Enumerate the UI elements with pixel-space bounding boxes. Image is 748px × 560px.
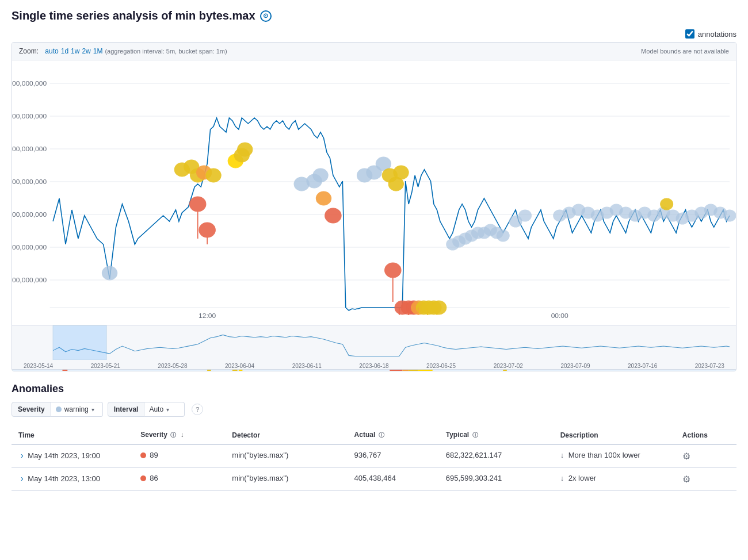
date-label: 2023-05-28 — [158, 363, 187, 369]
page-container: Single time series analysis of min bytes… — [0, 0, 748, 500]
severity-info-icon[interactable]: ⓘ — [170, 432, 176, 438]
svg-text:400,000,000: 400,000,000 — [12, 178, 47, 185]
info-icon[interactable]: ⊙ — [260, 10, 272, 22]
page-header: Single time series analysis of min bytes… — [12, 9, 736, 22]
row1-score: 89 — [150, 451, 158, 459]
zoom-links: Zoom: auto 1d 1w 2w 1M (aggregation inte… — [19, 47, 227, 55]
row2-actions: ⚙ — [676, 468, 736, 491]
chart-toolbar: Zoom: auto 1d 1w 2w 1M (aggregation inte… — [12, 43, 736, 60]
svg-text:200,000,000: 200,000,000 — [12, 244, 47, 250]
svg-rect-93 — [402, 370, 409, 371]
svg-point-58 — [519, 210, 532, 221]
date-label: 2023-05-14 — [24, 363, 53, 369]
date-label: 2023-06-25 — [426, 363, 456, 369]
svg-point-39 — [385, 263, 401, 278]
row2-score: 86 — [150, 474, 158, 482]
aggregation-info: (aggregation interval: 5m, bucket span: … — [105, 48, 227, 55]
svg-point-27 — [238, 143, 253, 156]
svg-text:600,000,000: 600,000,000 — [12, 113, 47, 119]
anomalies-table: Time Severity ⓘ ↓ Detector Actual ⓘ — [12, 426, 736, 491]
zoom-1d[interactable]: 1d — [61, 47, 68, 55]
zoom-auto[interactable]: auto — [45, 47, 58, 55]
severity-value: warning — [64, 405, 89, 413]
svg-rect-87 — [53, 325, 106, 360]
anomaly-severity-bar — [12, 369, 736, 371]
date-label: 2023-05-21 — [91, 363, 120, 369]
mini-chart[interactable]: 2023-05-14 2023-05-21 2023-05-28 2023-06… — [12, 325, 736, 371]
col-detector: Detector — [225, 426, 347, 444]
row1-actions-icon[interactable]: ⚙ — [682, 451, 690, 461]
row2-severity-dot — [140, 475, 146, 481]
svg-rect-88 — [63, 370, 68, 371]
table-header-row: Time Severity ⓘ ↓ Detector Actual ⓘ — [12, 426, 736, 444]
help-icon[interactable]: ? — [192, 404, 203, 415]
row2-severity-score: 86 — [140, 474, 218, 482]
interval-dropdown[interactable]: Auto ▾ — [144, 402, 185, 417]
row1-severity-score: 89 — [140, 451, 218, 459]
svg-text:300,000,000: 300,000,000 — [12, 211, 47, 217]
interval-filter-group: Interval Auto ▾ — [108, 402, 185, 417]
col-actions: Actions — [676, 426, 736, 444]
row2-actions-icon[interactable]: ⚙ — [682, 474, 690, 484]
svg-point-24 — [199, 223, 215, 237]
actual-info-icon[interactable]: ⓘ — [379, 432, 384, 438]
svg-point-77 — [723, 210, 736, 221]
row1-detector: min("bytes.max") — [225, 444, 347, 468]
zoom-2w[interactable]: 2w — [82, 47, 90, 55]
svg-point-78 — [661, 198, 673, 210]
svg-point-47 — [432, 301, 446, 314]
svg-text:500,000,000: 500,000,000 — [12, 145, 47, 152]
row1-expand-button[interactable]: › — [18, 451, 26, 460]
row2-expand-button[interactable]: › — [18, 474, 26, 483]
svg-rect-95 — [418, 370, 428, 371]
chart-main[interactable]: 700,000,000 600,000,000 500,000,000 400,… — [12, 60, 736, 325]
svg-text:00:00: 00:00 — [551, 312, 568, 319]
svg-rect-90 — [232, 370, 238, 371]
mini-chart-svg — [12, 325, 736, 360]
svg-text:100,000,000: 100,000,000 — [12, 277, 47, 283]
severity-dot-warning — [56, 406, 62, 412]
row2-actual: 405,438,464 — [348, 468, 439, 491]
row1-actions: ⚙ — [676, 444, 736, 468]
row1-description: ↓ More than 100x lower — [554, 444, 676, 468]
typical-info-icon[interactable]: ⓘ — [472, 432, 478, 438]
interval-chevron: ▾ — [166, 406, 169, 413]
filter-row: Severity warning ▾ Interval Auto ▾ ? — [12, 402, 736, 417]
row2-desc-arrow: ↓ — [560, 474, 564, 482]
severity-filter-label: Severity — [12, 402, 51, 417]
row1-time: May 14th 2023, 19:00 — [28, 451, 100, 460]
col-time: Time — [12, 426, 133, 444]
zoom-1w[interactable]: 1w — [71, 47, 79, 55]
date-label: 2023-06-18 — [359, 363, 388, 369]
svg-text:12:00: 12:00 — [199, 312, 216, 319]
col-severity: Severity ⓘ ↓ — [133, 426, 225, 444]
svg-point-30 — [313, 168, 328, 182]
annotations-checkbox[interactable] — [685, 29, 694, 39]
chart-container: Zoom: auto 1d 1w 2w 1M (aggregation inte… — [12, 42, 736, 371]
row1-severity-dot — [140, 452, 146, 458]
svg-rect-94 — [409, 370, 418, 371]
anomalies-section: Anomalies Severity warning ▾ Interval Au… — [12, 383, 736, 491]
table-row: › May 14th 2023, 19:00 89 min("bytes.max… — [12, 444, 736, 468]
svg-rect-92 — [390, 370, 402, 371]
date-labels: 2023-05-14 2023-05-21 2023-05-28 2023-06… — [12, 363, 736, 369]
row2-time: May 14th 2023, 13:00 — [28, 474, 100, 483]
col-description: Description — [554, 426, 676, 444]
svg-text:700,000,000: 700,000,000 — [12, 80, 47, 86]
svg-rect-97 — [503, 370, 507, 371]
row1-actual: 936,767 — [348, 444, 439, 468]
svg-rect-96 — [428, 370, 433, 371]
date-label: 2023-07-16 — [628, 363, 657, 369]
date-label: 2023-07-23 — [695, 363, 724, 369]
svg-rect-91 — [239, 370, 243, 371]
anomaly-bar-svg — [12, 370, 736, 371]
severity-dropdown[interactable]: warning ▾ — [51, 402, 103, 417]
annotations-row: annotations — [12, 29, 736, 39]
svg-rect-89 — [207, 370, 211, 371]
date-label: 2023-06-04 — [225, 363, 254, 369]
zoom-1m[interactable]: 1M — [93, 47, 103, 55]
annotations-label: annotations — [698, 30, 736, 39]
severity-sort-icon[interactable]: ↓ — [181, 431, 184, 439]
row2-detector: min("bytes.max") — [225, 468, 347, 491]
date-label: 2023-07-09 — [560, 363, 590, 369]
